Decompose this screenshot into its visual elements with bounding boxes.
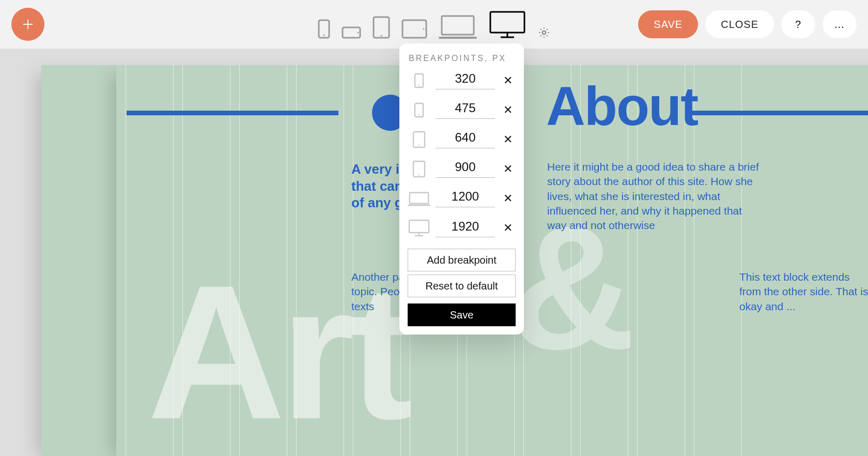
close-button[interactable]: CLOSE [705,10,774,38]
delete-breakpoint-button[interactable]: ✕ [500,103,516,117]
svg-point-15 [542,31,546,34]
more-button[interactable]: ... [823,10,857,38]
laptop-icon [408,191,430,206]
breakpoints-panel-title: BREAKPOINTS, PX [408,54,516,63]
tablet-portrait-icon [408,160,430,178]
breakpoint-value-input[interactable] [436,130,495,148]
breakpoint-value-input[interactable] [436,71,495,89]
svg-point-21 [419,144,420,145]
delete-breakpoint-button[interactable]: ✕ [500,133,516,146]
breakpoint-row: ✕ [408,160,516,178]
toolbar-right: SAVE CLOSE ? ... [638,10,857,38]
plus-icon [21,17,35,32]
device-tablet-portrait[interactable] [373,16,390,39]
help-button[interactable]: ? [781,10,815,38]
gear-icon [538,26,550,39]
svg-point-9 [423,28,425,30]
delete-breakpoint-button[interactable]: ✕ [500,74,516,87]
device-desktop-active[interactable] [488,10,526,39]
reset-breakpoints-button[interactable]: Reset to default [408,275,516,297]
breakpoint-row: ✕ [408,71,516,89]
svg-rect-12 [490,12,524,33]
svg-rect-25 [408,204,430,206]
svg-point-5 [358,32,359,34]
breakpoint-row: ✕ [408,189,516,207]
device-tablet-landscape[interactable] [401,19,427,39]
svg-rect-8 [402,20,426,38]
device-phone-landscape[interactable] [342,26,361,39]
toolbar: SAVE CLOSE ? ... [0,0,868,49]
breakpoints-settings-button[interactable] [538,26,550,39]
breakpoint-value-input[interactable] [436,189,495,207]
paragraph-right[interactable]: This text block extends from the other s… [739,270,868,314]
breakpoint-value-input[interactable] [436,160,495,178]
divider-line-left [127,111,338,115]
about-heading[interactable]: About [546,75,698,138]
breakpoint-row: ✕ [408,219,516,237]
divider-line-right [690,111,868,115]
phone-portrait-icon [408,73,430,88]
svg-rect-6 [374,17,389,38]
save-breakpoints-button[interactable]: Save [408,303,516,326]
desktop-icon [408,219,430,237]
svg-rect-26 [409,220,429,233]
delete-breakpoint-button[interactable]: ✕ [500,162,516,176]
svg-point-3 [323,35,325,36]
svg-point-7 [381,35,382,37]
svg-rect-11 [439,37,477,39]
breakpoint-row: ✕ [408,101,516,119]
breakpoint-row: ✕ [408,130,516,148]
device-switcher [318,10,550,39]
svg-point-23 [419,174,420,175]
svg-point-19 [419,114,420,115]
save-button[interactable]: SAVE [638,10,698,38]
svg-point-17 [419,84,420,85]
breakpoints-panel: BREAKPOINTS, PX ✕✕✕✕✕✕ Add breakpoint Re… [399,43,524,335]
tablet-portrait-icon [408,131,430,148]
breakpoint-value-input[interactable] [436,101,495,119]
delete-breakpoint-button[interactable]: ✕ [500,192,516,205]
breakpoints-list: ✕✕✕✕✕✕ [408,71,516,237]
svg-rect-10 [442,16,474,35]
breakpoint-value-input[interactable] [436,219,495,237]
add-breakpoint-button[interactable]: Add breakpoint [408,249,516,271]
add-button[interactable] [11,8,44,41]
delete-breakpoint-button[interactable]: ✕ [500,221,516,235]
svg-rect-24 [410,192,428,203]
story-text[interactable]: Here it might be a good idea to share a … [547,160,764,233]
device-laptop[interactable] [439,14,477,39]
phone-portrait-icon [408,102,430,118]
device-phone-portrait[interactable] [318,19,330,39]
